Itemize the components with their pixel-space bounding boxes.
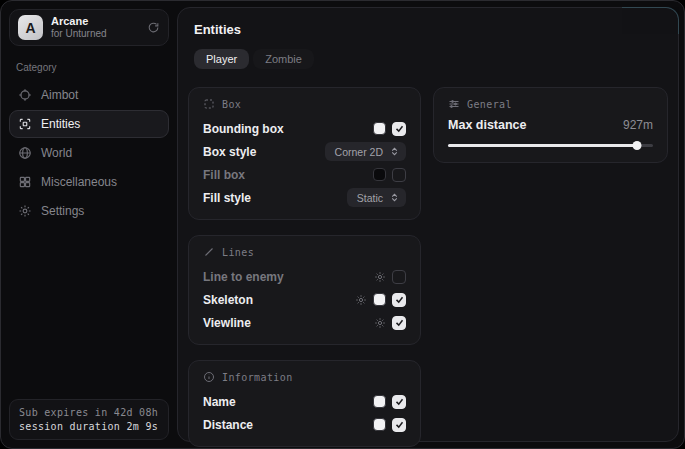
information-section-header: Information	[203, 371, 406, 383]
distance-color-swatch[interactable]	[373, 418, 386, 431]
main-panel: Entities Player Zombie Box	[177, 7, 679, 442]
info-icon	[203, 371, 215, 383]
sidebar-item-label: Entities	[41, 117, 80, 131]
general-section-title: General	[467, 99, 512, 110]
session-duration-text: session duration 2m 9s	[19, 421, 159, 432]
brand-subtitle: for Unturned	[51, 28, 139, 40]
dashed-box-icon	[203, 98, 215, 110]
row-label: Fill style	[203, 191, 251, 205]
max-distance-value: 927m	[623, 118, 653, 132]
bounding-box-color-swatch[interactable]	[373, 122, 386, 135]
sub-expiry-text: Sub expires in 42d 08h	[19, 407, 159, 418]
name-color-swatch[interactable]	[373, 395, 386, 408]
row-label: Fill box	[203, 168, 245, 182]
dropdown-value: Corner 2D	[335, 146, 383, 158]
row-controls	[355, 293, 406, 307]
setting-row-box-style: Box style Corner 2D	[203, 141, 406, 162]
row-controls	[374, 316, 406, 330]
diagonal-line-icon	[203, 246, 215, 258]
row-label: Bounding box	[203, 122, 284, 136]
row-controls	[373, 418, 406, 432]
name-checkbox[interactable]	[392, 395, 406, 409]
box-section-card: Box Bounding box Box style	[188, 87, 421, 220]
dropdown-value: Static	[357, 192, 383, 204]
row-label: Skeleton	[203, 293, 253, 307]
app-window: A Arcane for Unturned Category Aimbot	[0, 0, 685, 449]
box-section-header: Box	[203, 98, 406, 110]
information-section-card: Information Name Distance	[188, 360, 421, 447]
setting-row-bounding-box: Bounding box	[203, 118, 406, 139]
sidebar-item-world[interactable]: World	[9, 139, 169, 167]
general-section-card: General Max distance 927m	[433, 87, 668, 163]
tab-zombie[interactable]: Zombie	[253, 49, 314, 69]
sliders-icon	[448, 98, 460, 110]
line-to-enemy-checkbox[interactable]	[392, 270, 406, 284]
setting-row-viewline: Viewline	[203, 312, 406, 333]
setting-row-fill-style: Fill style Static	[203, 187, 406, 208]
tab-player[interactable]: Player	[194, 49, 249, 69]
refresh-icon[interactable]	[147, 21, 160, 34]
fill-style-dropdown[interactable]: Static	[347, 188, 406, 207]
sidebar-item-label: Miscellaneous	[41, 175, 117, 189]
setting-row-name: Name	[203, 391, 406, 412]
fill-box-color-swatch[interactable]	[373, 168, 386, 181]
crosshair-icon	[18, 88, 32, 102]
left-column: Box Bounding box Box style	[188, 87, 421, 447]
bounding-box-checkbox[interactable]	[392, 122, 406, 136]
row-label: Line to enemy	[203, 270, 284, 284]
setting-row-skeleton: Skeleton	[203, 289, 406, 310]
sidebar-item-aimbot[interactable]: Aimbot	[9, 81, 169, 109]
row-settings-gear-icon[interactable]	[355, 294, 367, 306]
max-distance-slider-fill	[448, 144, 637, 147]
max-distance-label: Max distance	[448, 118, 527, 132]
chevrons-up-down-icon	[389, 146, 400, 157]
row-settings-gear-icon[interactable]	[374, 317, 386, 329]
lines-section-header: Lines	[203, 246, 406, 258]
brand-title: Arcane	[51, 15, 139, 28]
lines-section-card: Lines Line to enemy	[188, 235, 421, 345]
row-label: Box style	[203, 145, 256, 159]
distance-checkbox[interactable]	[392, 418, 406, 432]
box-section-title: Box	[222, 99, 241, 110]
chevrons-up-down-icon	[389, 192, 400, 203]
sidebar-item-miscellaneous[interactable]: Miscellaneous	[9, 168, 169, 196]
category-label: Category	[16, 62, 169, 73]
setting-row-line-to-enemy: Line to enemy	[203, 266, 406, 287]
information-section-title: Information	[222, 372, 293, 383]
box-scan-icon	[18, 117, 32, 131]
max-distance-slider[interactable]	[448, 139, 653, 151]
brand-card: A Arcane for Unturned	[9, 9, 169, 46]
general-section-header: General	[448, 98, 653, 110]
settings-columns: Box Bounding box Box style	[188, 87, 668, 447]
box-style-dropdown[interactable]: Corner 2D	[325, 142, 406, 161]
setting-row-max-distance: Max distance 927m	[448, 118, 653, 132]
lines-section-title: Lines	[222, 247, 254, 258]
subscription-status-card: Sub expires in 42d 08h session duration …	[9, 399, 169, 440]
category-nav: Aimbot Entities World	[9, 81, 169, 225]
sidebar-item-entities[interactable]: Entities	[9, 110, 169, 138]
globe-icon	[18, 146, 32, 160]
grid-icon	[18, 175, 32, 189]
row-label: Viewline	[203, 316, 251, 330]
sidebar-item-label: World	[41, 146, 72, 160]
row-settings-gear-icon[interactable]	[374, 271, 386, 283]
sidebar-item-settings[interactable]: Settings	[9, 197, 169, 225]
sidebar: A Arcane for Unturned Category Aimbot	[1, 1, 177, 448]
row-controls	[373, 168, 406, 182]
skeleton-color-swatch[interactable]	[373, 293, 386, 306]
row-label: Distance	[203, 418, 253, 432]
gear-icon	[18, 204, 32, 218]
setting-row-fill-box: Fill box	[203, 164, 406, 185]
row-controls	[373, 395, 406, 409]
fill-box-checkbox[interactable]	[392, 168, 406, 182]
row-controls	[373, 122, 406, 136]
skeleton-checkbox[interactable]	[392, 293, 406, 307]
page-title: Entities	[194, 22, 668, 37]
max-distance-slider-thumb[interactable]	[632, 141, 641, 150]
sidebar-item-label: Settings	[41, 204, 84, 218]
brand-text: Arcane for Unturned	[51, 15, 139, 39]
viewline-checkbox[interactable]	[392, 316, 406, 330]
row-controls	[374, 270, 406, 284]
setting-row-distance: Distance	[203, 414, 406, 435]
row-label: Name	[203, 395, 236, 409]
